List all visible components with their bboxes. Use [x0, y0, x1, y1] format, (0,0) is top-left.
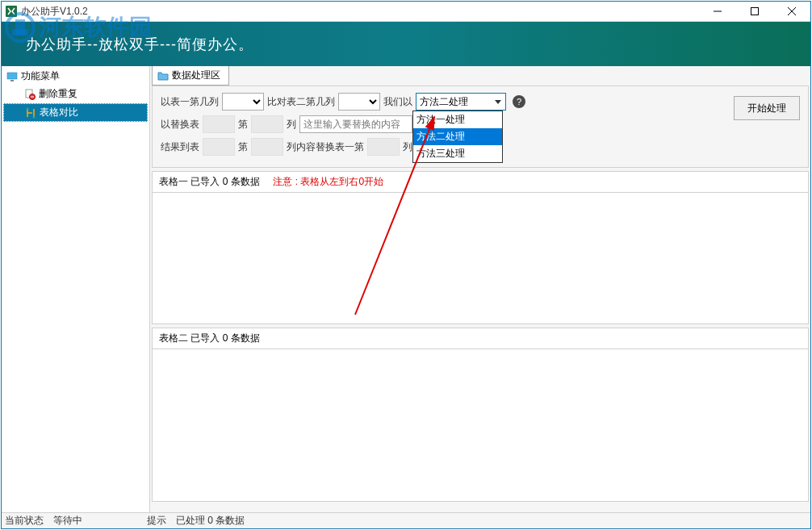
- table2-section: 表格二 已导入 0 条数据: [152, 328, 809, 502]
- tip-label: 提示: [147, 514, 166, 528]
- select-method-value: 方法二处理: [420, 95, 468, 109]
- maximize-button[interactable]: [736, 2, 773, 22]
- page-delete-icon: [24, 89, 36, 100]
- sidebar: 功能菜单 删除重复 表格对比: [2, 66, 150, 512]
- select-result-col[interactable]: [251, 138, 283, 156]
- table2-title-suffix: 条数据: [231, 332, 260, 344]
- tree-root[interactable]: 功能菜单: [3, 68, 148, 85]
- close-button[interactable]: [773, 2, 810, 22]
- dropdown-item-method3[interactable]: 方法三处理: [413, 145, 502, 162]
- select-table1-column[interactable]: [222, 93, 264, 111]
- input-replace-content[interactable]: [299, 115, 412, 133]
- svg-point-11: [33, 115, 36, 118]
- label-lie1: 列: [287, 118, 296, 131]
- app-icon: [5, 5, 18, 18]
- status-label: 当前状态: [5, 514, 44, 528]
- table1-section: 表格一 已导入 0 条数据 注意 : 表格从左到右0开始: [152, 171, 809, 324]
- select-replace-table[interactable]: [203, 115, 235, 133]
- method-dropdown: 方法一处理 方法二处理 方法三处理: [412, 111, 503, 163]
- table1-header: 表格一 已导入 0 条数据 注意 : 表格从左到右0开始: [153, 172, 808, 193]
- table1-count: 0: [223, 176, 228, 187]
- label-table1-col: 以表一第几列: [161, 95, 219, 109]
- monitor-icon: [6, 71, 18, 82]
- table2-count: 0: [223, 332, 228, 344]
- tip-value: 已处理 0 条数据: [176, 514, 245, 528]
- table1-note: 注意 : 表格从左到右0开始: [273, 176, 383, 187]
- compare-icon: [25, 107, 36, 119]
- minimize-button[interactable]: [699, 2, 736, 22]
- table1-title-suffix: 条数据: [231, 176, 260, 187]
- svg-rect-2: [751, 8, 759, 15]
- statusbar: 当前状态 等待中 提示 已处理 0 条数据: [2, 512, 810, 528]
- tab-label: 数据处理区: [172, 69, 220, 82]
- sidebar-item-delete-duplicate[interactable]: 删除重复: [3, 86, 148, 102]
- svg-point-10: [27, 107, 29, 110]
- sidebar-item-label: 表格对比: [40, 106, 78, 119]
- help-icon[interactable]: ?: [513, 95, 525, 108]
- folder-icon: [157, 70, 169, 81]
- status-value: 等待中: [53, 514, 82, 528]
- label-replace-table: 以替换表: [161, 118, 199, 131]
- tree-root-label: 功能菜单: [21, 69, 60, 83]
- label-content-replace: 列内容替换表一第: [287, 140, 364, 154]
- titlebar: 办公助手V1.0.2: [2, 2, 810, 22]
- label-di1: 第: [238, 118, 248, 131]
- table2-title-prefix: 表格二 已导入: [159, 332, 220, 344]
- tab-data-processing[interactable]: 数据处理区: [152, 66, 229, 86]
- select-replace-col[interactable]: [251, 115, 283, 133]
- config-panel: 以表一第几列 比对表二第几列 我们以 方法二处理 方法一处理 方法二处理: [152, 86, 809, 168]
- dropdown-item-method1[interactable]: 方法一处理: [413, 111, 502, 128]
- label-result-to: 结果到表: [161, 140, 199, 154]
- table2-header: 表格二 已导入 0 条数据: [153, 328, 808, 349]
- svg-rect-0: [6, 6, 17, 17]
- sidebar-item-table-compare[interactable]: 表格对比: [3, 103, 148, 122]
- svg-rect-5: [7, 73, 17, 79]
- start-button[interactable]: 开始处理: [734, 96, 800, 120]
- table1-title-prefix: 表格一 已导入: [159, 176, 220, 187]
- select-result-table[interactable]: [203, 138, 235, 156]
- label-we-use: 我们以: [383, 95, 412, 109]
- svg-rect-6: [10, 80, 14, 81]
- select-content-col[interactable]: [367, 138, 400, 156]
- label-table2-col: 比对表二第几列: [267, 95, 335, 109]
- banner: 河东软件园 办公助手--放松双手---简便办公。: [2, 22, 810, 66]
- sidebar-item-label: 删除重复: [39, 87, 77, 101]
- select-method[interactable]: 方法二处理: [416, 93, 506, 111]
- dropdown-item-method2[interactable]: 方法二处理: [413, 128, 502, 145]
- label-di2: 第: [238, 140, 248, 154]
- window-title: 办公助手V1.0.2: [21, 5, 699, 19]
- select-table2-column[interactable]: [338, 93, 380, 111]
- banner-text: 办公助手--放松双手---简便办公。: [26, 35, 253, 54]
